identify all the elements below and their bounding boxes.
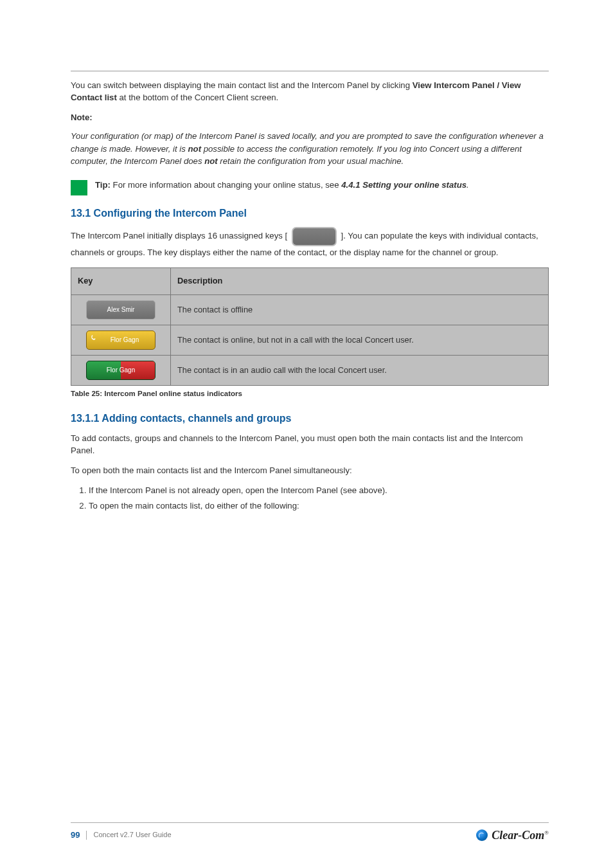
handset-icon: [91, 334, 97, 341]
desc-online-idle: The contact is online, but not in a call…: [171, 325, 549, 356]
key-in-call: Flor Gagn: [86, 361, 155, 380]
contacts-steps: If the Intercom Panel is not already ope…: [89, 484, 549, 511]
key-offline-label: Alex Smir: [107, 305, 135, 315]
note-not-2: not: [204, 156, 218, 166]
note-body: Your configuration (or map) of the Inter…: [71, 130, 549, 167]
tip-icon: [71, 180, 87, 195]
th-desc: Description: [171, 268, 549, 295]
contacts-p2: To open both the main contacts list and …: [71, 464, 549, 476]
note-not-1: not: [188, 144, 202, 154]
desc-in-call: The contact is in an audio call with the…: [171, 356, 549, 386]
top-divider: [71, 71, 549, 71]
section-configuring-heading: 13.1 Configuring the Intercom Panel: [71, 206, 549, 221]
tip-body-a: For more information about changing your…: [111, 180, 341, 190]
table-caption: Table 25: Intercom Panel online status i…: [71, 388, 549, 399]
tip-label: Tip:: [95, 180, 111, 190]
page-number: 99: [71, 831, 87, 840]
section-contacts-heading: 13.1.1 Adding contacts, channels and gro…: [71, 411, 549, 426]
globe-icon: [476, 829, 488, 841]
key-offline: Alex Smir: [86, 300, 155, 320]
intro-text-b: at the bottom of the Concert Client scre…: [119, 93, 278, 102]
intro-text-a: You can switch between displaying the ma…: [71, 80, 413, 90]
table-row: Alex Smir The contact is offline: [71, 295, 549, 325]
table-row: Flor Gagn The contact is in an audio cal…: [71, 356, 549, 386]
brand-logo: Clear-Com®: [476, 827, 549, 844]
intro-paragraph: You can switch between displaying the ma…: [71, 79, 549, 104]
th-key: Key: [71, 268, 171, 295]
key-online-idle-label: Flor Gagn: [111, 336, 139, 345]
key-in-call-label: Flor Gagn: [107, 366, 135, 375]
page-footer: 99 Concert v2.7 User Guide Clear-Com®: [0, 822, 613, 844]
contacts-p1: To add contacts, groups and channels to …: [71, 432, 549, 457]
table-row: Flor Gagn The contact is online, but not…: [71, 325, 549, 356]
note-label: Note:: [71, 113, 93, 122]
unassigned-key-icon: [292, 227, 337, 246]
key-online-idle: Flor Gagn: [86, 330, 155, 350]
footer-title: Concert v2.7 User Guide: [93, 830, 171, 840]
note-body-c: retain the configuration from your usual…: [218, 156, 404, 166]
tip-xref[interactable]: 4.4.1 Setting your online status: [341, 180, 466, 190]
brand-text: Clear-Com®: [492, 827, 549, 844]
list-item: To open the main contacts list, do eithe…: [89, 500, 549, 512]
registered-icon: ®: [544, 829, 549, 836]
tip-text: Tip: For more information about changing…: [95, 179, 469, 191]
configuring-p-a: The Intercom Panel initially displays 16…: [71, 231, 290, 241]
brand-name: Clear-Com: [492, 829, 544, 842]
list-item: If the Intercom Panel is not already ope…: [89, 484, 549, 496]
desc-offline: The contact is offline: [171, 295, 549, 325]
note-line: Note:: [71, 111, 549, 123]
tip-body-b: .: [466, 180, 469, 190]
configuring-paragraph: The Intercom Panel initially displays 16…: [71, 227, 549, 258]
status-table: Key Description Alex Smir The contact is…: [71, 267, 549, 386]
tip-row: Tip: For more information about changing…: [71, 179, 549, 195]
